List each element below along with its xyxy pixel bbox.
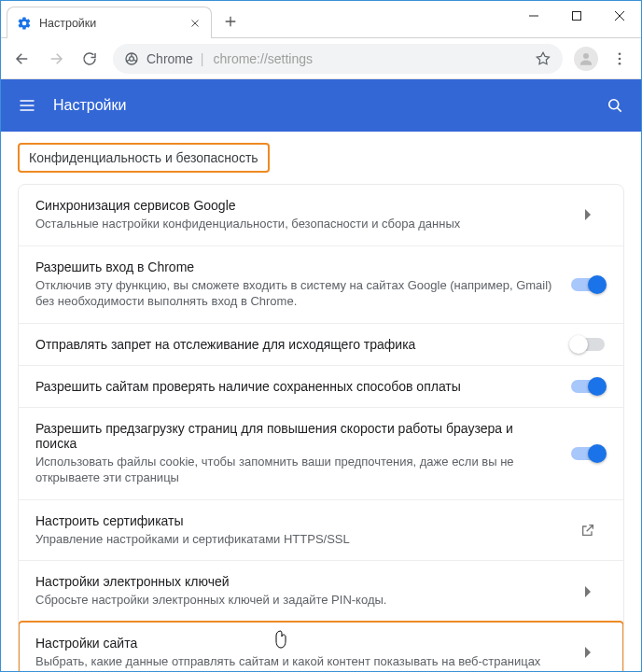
omnibox-separator: | <box>201 51 204 66</box>
svg-point-3 <box>583 53 589 59</box>
content-area: Конфиденциальность и безопасность Синхро… <box>1 132 641 671</box>
chevron-right-icon <box>569 586 607 597</box>
row-site-settings[interactable]: Настройки сайта Выбрать, какие данные от… <box>19 622 623 671</box>
row-preload: Разрешить предзагрузку страниц для повыш… <box>19 407 623 499</box>
browser-tab[interactable]: Настройки <box>7 7 212 38</box>
new-tab-button[interactable] <box>217 8 244 35</box>
omnibox-chip-label: Chrome <box>147 51 193 66</box>
window-controls <box>512 1 641 31</box>
svg-point-2 <box>130 56 134 61</box>
toggle-switch <box>571 338 605 351</box>
row-security-keys[interactable]: Настройки электронных ключей Сбросьте на… <box>19 560 623 622</box>
app-title: Настройки <box>53 97 602 114</box>
row-subtitle: Выбрать, какие данные отправлять сайтам … <box>35 653 556 670</box>
section-header: Конфиденциальность и безопасность <box>18 143 270 173</box>
titlebar: Настройки <box>1 1 641 38</box>
row-subtitle: Использовать файлы cookie, чтобы запомни… <box>35 454 556 486</box>
toolbar: Chrome | chrome://settings <box>1 38 641 79</box>
svg-point-5 <box>619 57 621 60</box>
svg-point-7 <box>609 100 619 109</box>
toggle-switch <box>571 278 605 291</box>
row-chrome-signin: Разрешить вход в Chrome Отключив эту фун… <box>19 245 623 323</box>
toggle-switch <box>571 447 605 460</box>
row-subtitle: Управление настройками и сертификатами H… <box>35 531 556 548</box>
row-payment-check: Разрешить сайтам проверять наличие сохра… <box>19 365 623 407</box>
omnibox-url: chrome://settings <box>213 51 525 66</box>
tab-title: Настройки <box>39 17 181 30</box>
minimize-button[interactable] <box>512 1 555 31</box>
toggle-chrome-signin[interactable] <box>569 278 607 291</box>
toggle-do-not-track[interactable] <box>569 338 607 351</box>
row-sync[interactable]: Синхронизация сервисов Google Остальные … <box>19 185 623 245</box>
row-title: Разрешить вход в Chrome <box>35 259 556 274</box>
chrome-icon <box>124 51 139 66</box>
gear-icon <box>17 16 32 31</box>
bookmark-star-icon[interactable] <box>535 50 551 67</box>
row-title: Настройки электронных ключей <box>35 574 556 589</box>
hamburger-menu-button[interactable] <box>14 92 40 119</box>
reload-button[interactable] <box>74 43 105 75</box>
row-title: Синхронизация сервисов Google <box>35 198 556 213</box>
forward-button[interactable] <box>40 43 72 75</box>
search-button[interactable] <box>602 92 628 119</box>
row-title: Настроить сертификаты <box>35 513 556 528</box>
browser-window: Настройки Chrome | <box>0 0 642 672</box>
row-subtitle: Отключив эту функцию, вы сможете входить… <box>35 277 556 310</box>
toggle-payment-check[interactable] <box>569 380 607 393</box>
app-bar: Настройки <box>1 79 641 132</box>
row-certificates[interactable]: Настроить сертификаты Управление настрой… <box>19 499 623 561</box>
profile-avatar[interactable] <box>574 47 598 71</box>
svg-rect-0 <box>573 12 581 21</box>
chevron-right-icon <box>569 647 607 658</box>
toggle-switch <box>571 380 605 393</box>
row-title: Отправлять запрет на отслеживание для ис… <box>35 337 556 352</box>
tab-close-button[interactable] <box>188 17 202 30</box>
row-subtitle: Сбросьте настройки электронных ключей и … <box>35 592 556 609</box>
maximize-button[interactable] <box>555 1 598 31</box>
row-subtitle: Остальные настройки конфиденциальности, … <box>35 216 556 232</box>
kebab-menu-button[interactable] <box>604 43 635 75</box>
row-title: Разрешить предзагрузку страниц для повыш… <box>35 421 556 451</box>
scroll-area[interactable]: Конфиденциальность и безопасность Синхро… <box>1 132 641 671</box>
svg-point-6 <box>619 62 621 64</box>
toggle-preload[interactable] <box>569 447 607 460</box>
svg-point-4 <box>619 52 621 55</box>
settings-card: Синхронизация сервисов Google Остальные … <box>18 184 624 671</box>
row-title: Настройки сайта <box>35 636 556 651</box>
back-button[interactable] <box>7 43 38 75</box>
row-title: Разрешить сайтам проверять наличие сохра… <box>35 379 556 394</box>
site-info-chip[interactable]: Chrome | <box>124 51 203 66</box>
close-window-button[interactable] <box>598 1 641 31</box>
chevron-right-icon <box>569 209 607 220</box>
external-link-icon <box>569 523 607 538</box>
row-do-not-track: Отправлять запрет на отслеживание для ис… <box>19 323 623 365</box>
omnibox[interactable]: Chrome | chrome://settings <box>113 44 563 74</box>
